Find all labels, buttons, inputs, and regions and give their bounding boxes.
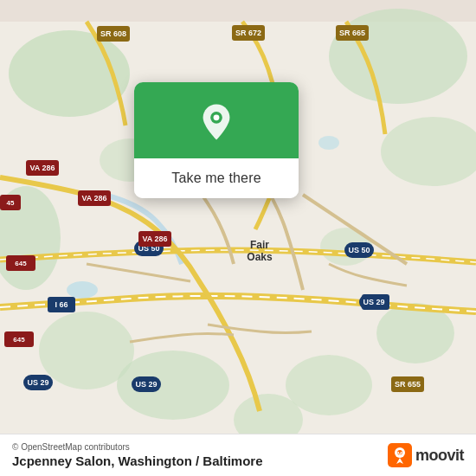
svg-point-12	[67, 281, 98, 299]
svg-text:SR 665: SR 665	[339, 29, 365, 37]
svg-text:M: M	[397, 451, 402, 457]
svg-text:I 66: I 66	[55, 300, 68, 309]
svg-text:SR 608: SR 608	[100, 29, 126, 38]
svg-text:645: 645	[13, 336, 25, 344]
svg-text:SR 655: SR 655	[395, 380, 421, 389]
map-background: I 66 I 66 US 50 US 50 VA 286 VA 286 VA 2…	[0, 0, 476, 476]
svg-text:Fair: Fair	[250, 239, 269, 251]
openstreetmap-credit: © OpenStreetMap contributors	[12, 442, 263, 452]
bottom-bar: © OpenStreetMap contributors Jcpenney Sa…	[0, 434, 476, 476]
svg-text:645: 645	[15, 260, 27, 267]
svg-text:VA 286: VA 286	[29, 164, 55, 172]
popup-card: Take me there	[134, 82, 299, 198]
svg-text:US 29: US 29	[135, 380, 157, 389]
take-me-there-button[interactable]: Take me there	[134, 158, 299, 198]
bottom-left: © OpenStreetMap contributors Jcpenney Sa…	[12, 442, 263, 468]
svg-text:US 50: US 50	[348, 246, 370, 254]
location-pin-icon	[196, 101, 237, 143]
popup-icon-area	[134, 82, 299, 158]
svg-text:Oaks: Oaks	[247, 251, 273, 263]
svg-point-52	[214, 114, 220, 120]
svg-text:SR 672: SR 672	[235, 29, 261, 37]
svg-text:US 29: US 29	[27, 378, 48, 387]
moovit-brand-icon: M	[388, 443, 412, 467]
svg-point-2	[329, 9, 467, 104]
location-title: Jcpenney Salon, Washington / Baltimore	[12, 453, 263, 468]
map-container: I 66 I 66 US 50 US 50 VA 286 VA 286 VA 2…	[0, 0, 476, 476]
moovit-logo[interactable]: M moovit	[388, 443, 464, 467]
moovit-brand-text: moovit	[415, 447, 464, 465]
svg-text:US 29: US 29	[363, 298, 384, 306]
svg-point-13	[318, 136, 339, 150]
svg-text:VA 286: VA 286	[142, 235, 167, 243]
svg-text:45: 45	[7, 199, 15, 207]
svg-text:VA 286: VA 286	[81, 194, 106, 203]
svg-point-7	[286, 355, 372, 415]
